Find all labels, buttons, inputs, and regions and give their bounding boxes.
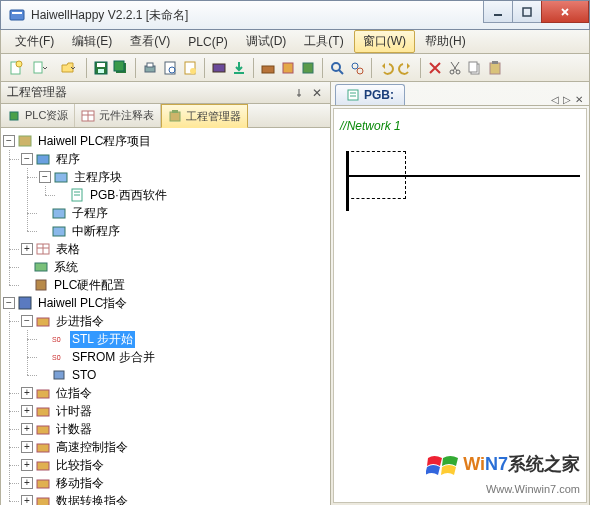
svg-rect-55 bbox=[37, 480, 49, 488]
expand-icon[interactable]: − bbox=[39, 171, 51, 183]
tb-new[interactable] bbox=[7, 59, 25, 77]
node-timer[interactable]: 计时器 bbox=[54, 403, 94, 420]
main-area: 工程管理器 ✕ PLC资源 元件注释表 工程管理器 − bbox=[0, 82, 590, 505]
node-bit[interactable]: 位指令 bbox=[54, 385, 94, 402]
tb-preview[interactable] bbox=[161, 59, 179, 77]
node-stl[interactable]: STL 步开始 bbox=[70, 331, 135, 348]
expand-icon[interactable]: + bbox=[21, 495, 33, 505]
panel-tabs: PLC资源 元件注释表 工程管理器 bbox=[1, 104, 330, 128]
tb-compile[interactable] bbox=[210, 59, 228, 77]
menubar: 文件(F) 编辑(E) 查看(V) PLC(P) 调试(D) 工具(T) 窗口(… bbox=[0, 30, 590, 54]
menu-edit[interactable]: 编辑(E) bbox=[64, 31, 120, 52]
tb-print[interactable] bbox=[141, 59, 159, 77]
node-programs[interactable]: 程序 bbox=[54, 151, 82, 168]
editor-tab-pgb[interactable]: PGB: bbox=[335, 84, 405, 105]
expand-icon[interactable]: − bbox=[3, 135, 15, 147]
tb-sep3 bbox=[204, 58, 205, 78]
close-button[interactable] bbox=[541, 1, 589, 23]
node-move[interactable]: 移动指令 bbox=[54, 475, 106, 492]
node-main-block[interactable]: 主程序块 bbox=[72, 169, 124, 186]
tb-download[interactable] bbox=[230, 59, 248, 77]
menu-view[interactable]: 查看(V) bbox=[122, 31, 178, 52]
node-pgb[interactable]: PGB·西西软件 bbox=[88, 187, 169, 204]
svg-rect-2 bbox=[494, 14, 502, 16]
node-tables[interactable]: 表格 bbox=[54, 241, 82, 258]
tab-close-icon[interactable]: ✕ bbox=[573, 94, 585, 105]
sto-icon bbox=[51, 367, 67, 383]
expand-icon[interactable]: − bbox=[21, 315, 33, 327]
node-convert[interactable]: 数据转换指令 bbox=[54, 493, 130, 506]
menu-help[interactable]: 帮助(H) bbox=[417, 31, 474, 52]
node-hispeed[interactable]: 高速控制指令 bbox=[54, 439, 130, 456]
expand-icon[interactable]: − bbox=[21, 153, 33, 165]
tab-next-icon[interactable]: ▷ bbox=[561, 94, 573, 105]
tab-prev-icon[interactable]: ◁ bbox=[549, 94, 561, 105]
menu-window[interactable]: 窗口(W) bbox=[354, 30, 415, 53]
svg-rect-36 bbox=[19, 136, 31, 146]
node-compare[interactable]: 比较指令 bbox=[54, 457, 106, 474]
tb-delete[interactable] bbox=[426, 59, 444, 77]
project-tree[interactable]: − Haiwell PLC程序项目 − 程序 bbox=[1, 128, 330, 505]
node-hwconfig[interactable]: PLC硬件配置 bbox=[52, 277, 127, 294]
svg-rect-53 bbox=[37, 444, 49, 452]
node-instructions[interactable]: Haiwell PLC指令 bbox=[36, 295, 129, 312]
panel-title: 工程管理器 bbox=[7, 84, 67, 101]
right-panel: PGB: ◁ ▷ ✕ //Network 1 WiN7系统之家 bbox=[331, 82, 589, 505]
menu-tool[interactable]: 工具(T) bbox=[296, 31, 351, 52]
expand-icon[interactable]: + bbox=[21, 387, 33, 399]
expand-icon[interactable]: − bbox=[3, 297, 15, 309]
expand-icon[interactable]: + bbox=[21, 441, 33, 453]
svg-rect-37 bbox=[37, 155, 49, 164]
watermark: WiN7系统之家 Www.Winwin7.com bbox=[426, 452, 580, 496]
network-label: //Network 1 bbox=[340, 119, 580, 133]
tb-sep bbox=[86, 58, 87, 78]
svg-point-17 bbox=[190, 68, 196, 74]
node-system[interactable]: 系统 bbox=[52, 259, 80, 276]
tb-upload[interactable] bbox=[279, 59, 297, 77]
svg-rect-30 bbox=[490, 63, 500, 74]
menu-plc[interactable]: PLC(P) bbox=[180, 33, 235, 51]
tb-undo[interactable] bbox=[377, 59, 395, 77]
maximize-button[interactable] bbox=[512, 1, 542, 23]
minimize-button[interactable] bbox=[483, 1, 513, 23]
tab-plc-resource[interactable]: PLC资源 bbox=[1, 104, 75, 127]
chip-icon bbox=[7, 109, 21, 123]
node-counter[interactable]: 计数器 bbox=[54, 421, 94, 438]
expand-icon[interactable]: + bbox=[21, 405, 33, 417]
tb-open[interactable] bbox=[55, 59, 81, 77]
tb-paste[interactable] bbox=[486, 59, 504, 77]
panel-close-icon[interactable]: ✕ bbox=[310, 86, 324, 100]
tb-replace[interactable] bbox=[348, 59, 366, 77]
folder-icon bbox=[35, 457, 51, 473]
tb-redo[interactable] bbox=[397, 59, 415, 77]
tb-cut[interactable] bbox=[446, 59, 464, 77]
menu-debug[interactable]: 调试(D) bbox=[238, 31, 295, 52]
pin-icon[interactable] bbox=[292, 86, 306, 100]
node-sto[interactable]: STO bbox=[70, 368, 98, 382]
expand-icon[interactable]: + bbox=[21, 459, 33, 471]
node-step[interactable]: 步进指令 bbox=[54, 313, 106, 330]
node-intprog[interactable]: 中断程序 bbox=[70, 223, 122, 240]
tab-project-manager[interactable]: 工程管理器 bbox=[161, 104, 248, 128]
node-subprog[interactable]: 子程序 bbox=[70, 205, 110, 222]
ladder-canvas[interactable]: //Network 1 WiN7系统之家 Www.Winwin7.com bbox=[333, 108, 587, 503]
svg-rect-19 bbox=[234, 72, 244, 74]
tb-new-dd[interactable] bbox=[27, 59, 53, 77]
tb-saveall[interactable] bbox=[112, 59, 130, 77]
tab-comments[interactable]: 元件注释表 bbox=[75, 104, 161, 127]
tb-page[interactable] bbox=[181, 59, 199, 77]
expand-icon[interactable]: + bbox=[21, 243, 33, 255]
tb-build[interactable] bbox=[259, 59, 277, 77]
expand-icon[interactable]: + bbox=[21, 477, 33, 489]
tb-sep6 bbox=[371, 58, 372, 78]
tb-dn[interactable] bbox=[299, 59, 317, 77]
node-sfrom[interactable]: SFROM 步合并 bbox=[70, 349, 157, 366]
svg-rect-6 bbox=[34, 62, 42, 73]
node-project[interactable]: Haiwell PLC程序项目 bbox=[36, 133, 153, 150]
tb-copy[interactable] bbox=[466, 59, 484, 77]
svg-rect-1 bbox=[12, 12, 22, 14]
tb-save[interactable] bbox=[92, 59, 110, 77]
menu-file[interactable]: 文件(F) bbox=[7, 31, 62, 52]
expand-icon[interactable]: + bbox=[21, 423, 33, 435]
tb-find[interactable] bbox=[328, 59, 346, 77]
